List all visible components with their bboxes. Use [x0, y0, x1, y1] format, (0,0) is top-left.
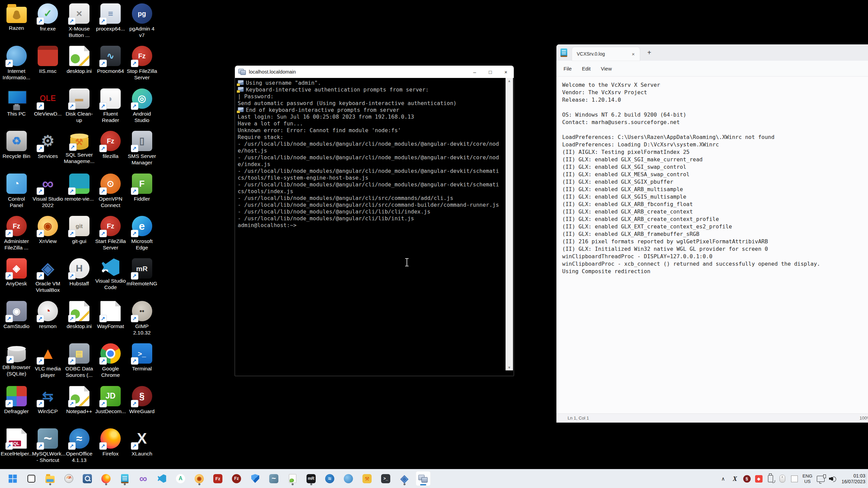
desktop-icon-fluent-reader[interactable]: ◗↗Fluent Reader [95, 88, 126, 123]
notepad-editor[interactable]: Welcome to the VcXsrv X ServerVendor: Th… [556, 77, 868, 414]
desktop-icon-sql-server-management-studio[interactable]: ⚒↗SQL Server Manageme... [63, 131, 95, 164]
close-button[interactable]: × [498, 66, 514, 78]
network-status[interactable] [817, 472, 825, 486]
taskbar-icon-firefox[interactable] [99, 471, 114, 486]
desktop-icon-anydesk[interactable]: ◈↗AnyDesk [1, 258, 32, 287]
tab-vcxsrv-log[interactable]: VCXSrv.0.log × [572, 47, 640, 61]
taskbar-icon-vscode[interactable] [155, 471, 170, 486]
tray-blank-app[interactable] [791, 472, 798, 486]
terminal-screen[interactable]: Using username "admin".Keyboard-interact… [236, 78, 506, 375]
desktop-icon-x-mouse-button-control[interactable]: ×↗X-Mouse Button ... [63, 3, 95, 38]
notepad-tabbar[interactable]: VCXSrv.0.log × + [556, 44, 868, 61]
desktop-icon-pgadmin4[interactable]: pgpgAdmin 4 v7 [126, 3, 158, 38]
show-desktop-button[interactable] [866, 473, 868, 484]
tray-overflow-button[interactable]: ∧ [719, 472, 727, 486]
desktop-icon-stop-filezilla-server[interactable]: Fz↗Stop FileZilla Server [126, 46, 158, 81]
minimize-button[interactable]: – [467, 66, 482, 78]
maximize-button[interactable]: □ [482, 66, 498, 78]
putty-titlebar[interactable]: localhost.localdomain – □ × [235, 66, 514, 78]
menu-view[interactable]: View [596, 66, 617, 72]
taskbar-icon-visual-studio[interactable]: ∞ [136, 471, 151, 486]
desktop-icon-disk-clean-up[interactable]: ▬↗Disk Clean-up [63, 88, 95, 123]
tray-usb-device[interactable] [767, 472, 774, 486]
desktop-icon-hubstaff[interactable]: H↗Hubstaff [63, 258, 95, 287]
desktop-icon-visual-studio-code[interactable]: ↗Visual Studio Code [95, 258, 126, 290]
desktop-icon-desktop-ini-2[interactable]: ↗desktop.ini [63, 301, 95, 329]
terminal-scrollbar[interactable]: ▲ ▼ [506, 78, 513, 370]
tray-x-mouse[interactable] [779, 472, 786, 486]
desktop-icon-services[interactable]: ⚙↗Services [32, 131, 64, 159]
desktop-icon-procmon64[interactable]: ∿↗Procmon64 [95, 46, 126, 74]
desktop-icon-fiddler[interactable]: F↗Fiddler [126, 174, 158, 202]
desktop-icon-gimp[interactable]: ••↗GIMP 2.10.32 [126, 301, 158, 336]
taskbar-icon-android-studio[interactable]: A [173, 471, 188, 486]
desktop-icon-db-browser-sqlite[interactable]: ↗DB Browser (SQLite) [1, 343, 32, 377]
taskbar-icon-terminal[interactable]: >_ [378, 471, 393, 486]
desktop-icon-xnview[interactable]: ◉↗XnView [32, 216, 64, 244]
desktop-icon-firefox[interactable]: ↗Fir­efox [95, 428, 126, 457]
clock[interactable]: 01:03 16/07/2023 [842, 472, 865, 486]
taskbar-icon-ssms[interactable]: ⚒ [360, 471, 375, 486]
taskbar-icon-filezilla-server[interactable]: Fz [229, 471, 244, 486]
desktop-icon-android-studio[interactable]: ◎↗Android Studio [126, 88, 158, 123]
tray-anydesk[interactable]: ◈ [755, 472, 763, 486]
desktop-icon-filezilla[interactable]: Fz↗filezilla [95, 131, 126, 159]
desktop-icon-desktop-ini-1[interactable]: desktop.ini [63, 46, 95, 74]
desktop-icon-defraggler[interactable]: ↗Defraggler [1, 386, 32, 414]
desktop-icon-git-gui[interactable]: git↗git-gui [63, 216, 95, 244]
desktop-icon-notepad-plus-plus[interactable]: ↗Notepad++ [63, 386, 95, 414]
desktop-icon-administer-filezilla-server[interactable]: Fz↗Administer FileZilla ... [1, 216, 32, 251]
desktop-icon-microsoft-edge[interactable]: e↗Microsoft Edge [126, 216, 158, 251]
language-indicator[interactable]: ENG US [803, 472, 812, 486]
taskbar-icon-mysql-workbench[interactable]: ~ [267, 471, 281, 486]
desktop-icon-google-chrome[interactable]: ↗Google Chrome [95, 343, 126, 378]
desktop-icon-wireguard[interactable]: §↗WireGuard [126, 386, 158, 414]
desktop-icon-start-filezilla-server[interactable]: Fz↗Start FileZilla Server [95, 216, 126, 251]
desktop-icon-winscp[interactable]: ⇆↗WinSCP [32, 386, 64, 414]
desktop-icon-excelhelper[interactable]: SQL↗ExcelHelper... [1, 428, 32, 457]
tab-close-icon[interactable]: × [630, 51, 636, 57]
desktop-icon-sms-server-manager[interactable]: ▯↗SMS Server Manager [126, 131, 158, 166]
taskbar-icon-notepad[interactable] [117, 471, 132, 486]
menu-edit[interactable]: Edit [577, 66, 596, 72]
desktop-icon-internet-information-services[interactable]: ↗Internet Informatio... [1, 46, 32, 81]
taskbar-icon-resource-monitor[interactable] [61, 471, 76, 486]
desktop-icon-justdecompile[interactable]: JD↗JustDecom... [95, 386, 126, 414]
tray-vcxsrv[interactable]: X [731, 472, 739, 486]
desktop-icon-resmon[interactable]: ◔↗resmon [32, 301, 64, 329]
desktop-icon-terminal[interactable]: >_↗Terminal [126, 343, 158, 372]
desktop-icon-oracle-vm-virtualbox[interactable]: ◈↗Oracle VM VirtualBox [32, 258, 64, 293]
scroll-up-icon[interactable]: ▲ [508, 79, 511, 83]
desktop-icon-remote-viewer[interactable]: ↗remote-vie... [63, 174, 95, 202]
taskbar-icon-windows-security[interactable] [248, 471, 263, 486]
taskbar-icon-notepad-plus-plus[interactable] [285, 471, 300, 486]
volume-status[interactable] [829, 472, 836, 486]
taskbar-icon-start[interactable] [5, 471, 20, 486]
desktop-icon-visual-studio-2022[interactable]: ∞↗Visual Studio 2022 [32, 174, 64, 208]
desktop-icon-openvpn-connect[interactable]: ⊙↗OpenVPN Connect [95, 174, 126, 208]
desktop-icon-wayformat[interactable]: ↗WayFormat [95, 301, 126, 329]
taskbar-icon-filezilla[interactable]: Fz [211, 471, 225, 486]
desktop-icon-camstudio[interactable]: ◉↗CamStudio [1, 301, 32, 329]
desktop-icon-mremoteng[interactable]: mR↗mRemoteNG [126, 258, 158, 287]
desktop-icon-mysql-workbench[interactable]: ~↗MySQLWork... - Shortcut [32, 428, 64, 463]
taskbar-icon-xnview[interactable]: ◉ [192, 471, 207, 486]
tray-wireguard[interactable]: § [743, 472, 751, 486]
taskbar-icon-file-explorer[interactable] [43, 471, 58, 486]
new-tab-button[interactable]: + [645, 49, 653, 57]
desktop-icon-procexp64[interactable]: ≡↗procexp64... [95, 3, 126, 32]
desktop-icon-this-pc[interactable]: This PC [1, 88, 32, 117]
scroll-down-icon[interactable]: ▼ [508, 366, 511, 369]
taskbar-icon-iis[interactable] [341, 471, 356, 486]
desktop-icon-xlaunch[interactable]: X↗XLaunch [126, 428, 158, 457]
taskbar-icon-mremoteng[interactable]: mR [304, 471, 319, 486]
desktop-icon-fnr-exe[interactable]: ✓↗fnr.exe [32, 3, 64, 32]
desktop-icon-odbc-data-sources[interactable]: ▤↗ODBC Data Sources (... [63, 343, 95, 378]
taskbar-icon-task-view[interactable] [24, 471, 39, 486]
menu-file[interactable]: File [558, 66, 577, 72]
desktop-icon-razen[interactable]: Razen [1, 3, 32, 31]
desktop-icon-recycle-bin[interactable]: ♻Recycle Bin [1, 131, 32, 159]
taskbar-icon-search[interactable] [80, 471, 95, 486]
desktop-icon-openoffice[interactable]: ≈↗OpenOffice 4.1.13 [63, 428, 95, 463]
taskbar-icon-virtualbox[interactable]: ◈ [397, 471, 412, 486]
